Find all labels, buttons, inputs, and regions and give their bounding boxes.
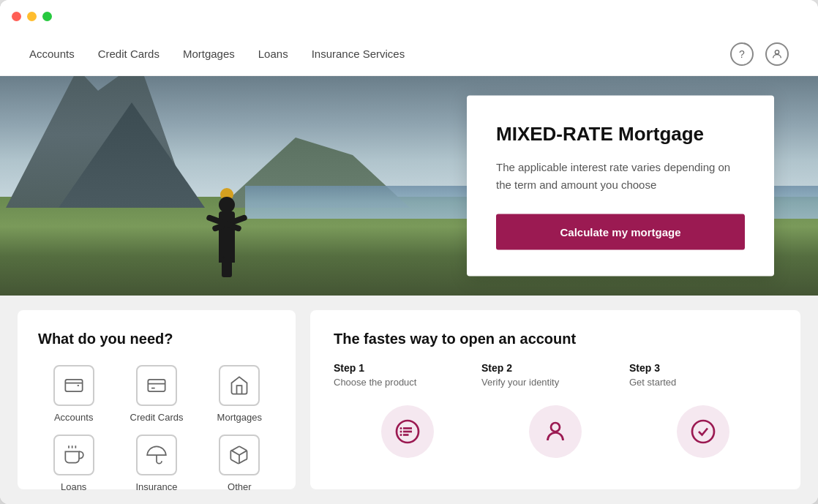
- mortgages-icon-box: [219, 365, 260, 406]
- step-3: Step 3 Get started: [629, 362, 777, 388]
- need-other[interactable]: Other: [204, 435, 275, 492]
- step-3-icon-circle: [677, 405, 729, 458]
- nav-link-mortgages[interactable]: Mortgages: [183, 48, 235, 60]
- nav-link-credit-cards[interactable]: Credit Cards: [98, 48, 160, 60]
- check-icon: [690, 418, 716, 445]
- nav-link-insurance[interactable]: Insurance Services: [312, 48, 405, 60]
- figure-head: [219, 197, 235, 213]
- credit-cards-label: Credit Cards: [130, 412, 184, 423]
- open-account-card: The fastes way to open an account Step 1…: [310, 310, 800, 489]
- box-icon: [229, 445, 249, 465]
- step-1-description: Choose the product: [334, 377, 481, 388]
- hero-figure: [205, 175, 249, 263]
- svg-point-14: [551, 423, 560, 432]
- navbar: Accounts Credit Cards Mortgages Loans In…: [0, 32, 818, 76]
- traffic-light-green[interactable]: [42, 12, 52, 21]
- need-mortgages[interactable]: Mortgages: [204, 365, 275, 423]
- hero-card-description: The applicable interest rate varies depe…: [496, 158, 745, 193]
- step-1-icon-circle: [381, 405, 434, 458]
- svg-point-11: [400, 427, 402, 429]
- traffic-lights: [12, 12, 52, 21]
- step-icons-row: [334, 405, 777, 458]
- nav-link-loans[interactable]: Loans: [258, 48, 288, 60]
- insurance-label: Insurance: [135, 481, 177, 492]
- step-2-icon-wrap: [481, 405, 629, 458]
- bottom-section: What do you need? Accounts Credit Cards: [0, 296, 818, 504]
- svg-point-15: [692, 421, 714, 443]
- hands-icon: [64, 445, 84, 465]
- need-icon-grid: Accounts Credit Cards Mortgages: [38, 365, 275, 492]
- step-1: Step 1 Choose the product: [334, 362, 481, 388]
- svg-point-12: [400, 431, 402, 433]
- step-1-icon-wrap: [334, 405, 481, 458]
- nav-links: Accounts Credit Cards Mortgages Loans In…: [29, 48, 405, 60]
- loans-icon-box: [53, 435, 94, 475]
- traffic-light-red[interactable]: [12, 12, 21, 21]
- step-1-label: Step 1: [334, 362, 481, 374]
- step-2-description: Verify your identity: [481, 377, 629, 388]
- card-icon: [146, 375, 167, 396]
- svg-rect-2: [148, 380, 165, 391]
- figure-body: [219, 211, 235, 263]
- umbrella-icon: [146, 445, 167, 465]
- step-3-label: Step 3: [629, 362, 777, 374]
- open-account-title: The fastes way to open an account: [334, 331, 777, 347]
- hero-section: MIXED-RATE Mortgage The applicable inter…: [0, 76, 818, 296]
- svg-rect-1: [65, 380, 82, 391]
- wallet-icon: [64, 375, 84, 396]
- nav-link-accounts[interactable]: Accounts: [29, 48, 75, 60]
- steps-row: Step 1 Choose the product Step 2 Verify …: [334, 362, 777, 388]
- svg-point-0: [775, 50, 778, 53]
- title-bar: [0, 0, 818, 32]
- step-3-description: Get started: [629, 377, 777, 388]
- person-icon: [542, 418, 569, 445]
- accounts-label: Accounts: [54, 412, 93, 423]
- what-do-you-need-card: What do you need? Accounts Credit Cards: [18, 310, 296, 489]
- hero-card: MIXED-RATE Mortgage The applicable inter…: [467, 96, 774, 277]
- traffic-light-yellow[interactable]: [27, 12, 37, 21]
- step-2: Step 2 Verify your identity: [481, 362, 629, 388]
- step-3-icon-wrap: [629, 405, 777, 458]
- step-2-icon-circle: [529, 405, 582, 458]
- what-do-you-need-title: What do you need?: [38, 331, 275, 347]
- house-icon: [229, 375, 249, 396]
- app-window: Accounts Credit Cards Mortgages Loans In…: [0, 0, 818, 504]
- help-button[interactable]: ?: [730, 42, 754, 66]
- step-2-label: Step 2: [481, 362, 629, 374]
- other-label: Other: [228, 481, 252, 492]
- calculate-mortgage-button[interactable]: Calculate my mortgage: [496, 214, 745, 249]
- hero-card-title: MIXED-RATE Mortgage: [496, 122, 745, 147]
- loans-label: Loans: [61, 481, 86, 492]
- svg-point-13: [400, 434, 402, 436]
- mortgages-label: Mortgages: [217, 412, 262, 423]
- nav-icons: ?: [730, 42, 789, 66]
- need-accounts[interactable]: Accounts: [38, 365, 109, 423]
- user-button[interactable]: [765, 42, 789, 66]
- need-insurance[interactable]: Insurance: [121, 435, 192, 492]
- insurance-icon-box: [136, 435, 177, 475]
- need-loans[interactable]: Loans: [38, 435, 109, 492]
- list-icon: [394, 418, 421, 445]
- figure-leg-right: [223, 257, 232, 277]
- need-credit-cards[interactable]: Credit Cards: [121, 365, 192, 423]
- accounts-icon-box: [53, 365, 94, 406]
- credit-cards-icon-box: [136, 365, 177, 406]
- other-icon-box: [219, 435, 260, 475]
